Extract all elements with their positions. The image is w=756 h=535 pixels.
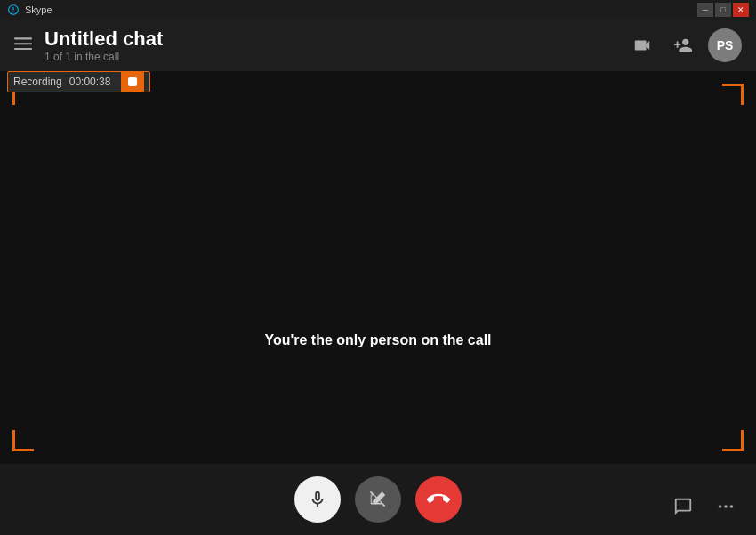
header-actions: PS xyxy=(626,28,742,62)
title-bar-left: Skype xyxy=(7,4,52,16)
camera-button[interactable] xyxy=(355,476,401,523)
svg-point-4 xyxy=(724,505,728,508)
svg-point-3 xyxy=(719,505,722,508)
recording-timer: 00:00:38 xyxy=(69,76,111,88)
svg-rect-0 xyxy=(14,37,32,39)
corner-bracket-bottom-left xyxy=(12,430,34,451)
end-call-button[interactable] xyxy=(415,476,462,523)
svg-rect-1 xyxy=(14,43,32,44)
microphone-button[interactable] xyxy=(294,476,341,523)
video-area: You're the only person on the call xyxy=(0,71,756,464)
call-participants: 1 of 1 in the call xyxy=(44,51,626,63)
corner-bracket-bottom-right xyxy=(722,430,744,451)
add-video-button[interactable] xyxy=(626,29,658,61)
recording-label: Recording xyxy=(13,76,62,88)
svg-point-5 xyxy=(730,505,734,508)
close-button[interactable]: ✕ xyxy=(733,3,749,17)
header-title-block: Untitled chat 1 of 1 in the call xyxy=(44,28,626,63)
minimize-button[interactable]: ─ xyxy=(697,3,713,17)
main-header: Untitled chat 1 of 1 in the call PS xyxy=(0,20,756,71)
add-participant-button[interactable] xyxy=(667,29,699,61)
maximize-button[interactable]: □ xyxy=(715,3,731,17)
stop-recording-button[interactable] xyxy=(121,71,144,92)
chat-button[interactable] xyxy=(667,491,699,523)
bottom-controls xyxy=(0,464,756,535)
more-options-button[interactable] xyxy=(710,491,742,523)
skype-icon xyxy=(7,4,20,16)
hamburger-icon[interactable] xyxy=(14,35,32,57)
title-bar-text: Skype xyxy=(25,4,52,15)
corner-bracket-top-right xyxy=(722,84,744,105)
title-bar-controls: ─ □ ✕ xyxy=(697,3,749,17)
only-person-message: You're the only person on the call xyxy=(0,332,756,348)
chat-title: Untitled chat xyxy=(44,28,626,51)
stop-icon xyxy=(128,77,137,86)
user-avatar[interactable]: PS xyxy=(708,28,742,62)
recording-bar: Recording 00:00:38 xyxy=(7,71,150,92)
bottom-right-controls xyxy=(667,491,742,523)
svg-rect-2 xyxy=(14,48,32,50)
title-bar: Skype ─ □ ✕ xyxy=(0,0,756,20)
